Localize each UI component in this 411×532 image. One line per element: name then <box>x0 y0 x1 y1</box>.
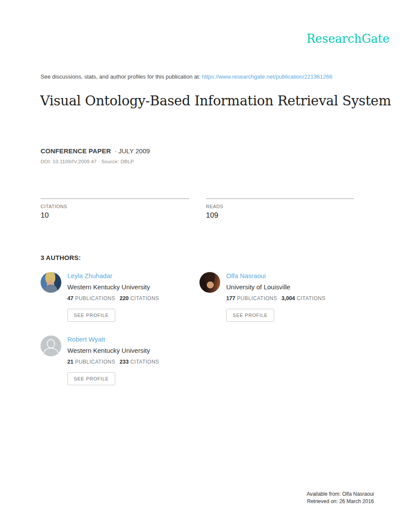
publication-source-line: See discussions, stats, and author profi… <box>41 73 332 80</box>
retrieval-footer: Available from: Olfa Nasraoui Retrieved … <box>307 491 374 505</box>
reads-value: 109 <box>206 211 354 220</box>
author-publication-stats: 47PUBLICATIONS220CITATIONS <box>67 295 183 302</box>
publications-count: 177 <box>226 295 235 301</box>
researchgate-logo[interactable]: ResearchGate <box>307 32 389 45</box>
available-from-line: Available from: Olfa Nasraoui <box>307 491 374 498</box>
publications-label: PUBLICATIONS <box>75 295 115 301</box>
publications-count: 47 <box>67 295 73 301</box>
citations-stat-block: CITATIONS 10 <box>41 198 189 220</box>
author-name-link[interactable]: Robert Wyatt <box>67 335 183 343</box>
citations-count: 233 <box>120 359 129 365</box>
paper-title: Visual Ontology-Based Information Retrie… <box>40 89 394 112</box>
paper-date: · JULY 2009 <box>114 147 150 155</box>
citations-label: CITATIONS <box>297 295 326 301</box>
reads-label: READS <box>206 204 354 209</box>
citations-value: 10 <box>41 211 189 220</box>
paper-type-label: CONFERENCE PAPER <box>41 147 111 155</box>
see-profile-button[interactable]: SEE PROFILE <box>226 309 274 322</box>
author-photo-avatar[interactable] <box>41 272 61 293</box>
paper-meta-line: CONFERENCE PAPER · JULY 2009 <box>41 147 150 155</box>
publications-count: 21 <box>67 359 73 365</box>
author-affiliation: University of Louisville <box>226 283 342 291</box>
author-affiliation: Western Kentucky University <box>67 283 183 291</box>
publications-label: PUBLICATIONS <box>237 295 277 301</box>
reads-stat-block: READS 109 <box>206 198 354 220</box>
publications-label: PUBLICATIONS <box>75 359 115 365</box>
citations-divider <box>41 198 189 199</box>
author-card: Leyla Zhuhadar Western Kentucky Universi… <box>41 272 183 326</box>
retrieved-on-line: Retrieved on: 26 March 2016 <box>307 498 374 505</box>
citations-count: 3,004 <box>281 295 295 301</box>
publication-url-link[interactable]: https://www.researchgate.net/publication… <box>202 73 332 80</box>
author-affiliation: Western Kentucky University <box>67 346 183 355</box>
citations-label: CITATIONS <box>41 204 189 209</box>
author-photo-avatar[interactable] <box>199 272 220 293</box>
citations-label: CITATIONS <box>130 359 159 365</box>
authors-heading: 3 AUTHORS: <box>41 254 81 261</box>
page: ResearchGate See discussions, stats, and… <box>0 0 411 532</box>
author-publication-stats: 177PUBLICATIONS3,004CITATIONS <box>226 295 342 302</box>
citations-label: CITATIONS <box>130 295 159 301</box>
publication-source-text: See discussions, stats, and author profi… <box>41 73 200 80</box>
doi-source-line: DOI: 10.1109/IV.2009.47 · Source: DBLP <box>41 159 134 164</box>
author-name-link[interactable]: Olfa Nasraoui <box>226 272 342 280</box>
citations-count: 220 <box>120 295 129 301</box>
author-card: Olfa Nasraoui University of Louisville 1… <box>199 272 342 326</box>
author-name-link[interactable]: Leyla Zhuhadar <box>67 272 183 280</box>
author-card: Robert Wyatt Western Kentucky University… <box>41 335 183 389</box>
see-profile-button[interactable]: SEE PROFILE <box>67 372 115 385</box>
default-silhouette-avatar-icon[interactable] <box>41 336 61 356</box>
reads-divider <box>206 198 354 199</box>
author-publication-stats: 21PUBLICATIONS233CITATIONS <box>67 358 183 365</box>
see-profile-button[interactable]: SEE PROFILE <box>67 309 115 322</box>
